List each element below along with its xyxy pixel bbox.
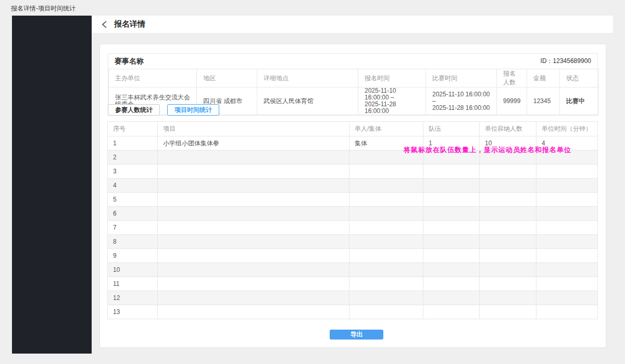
table-cell	[158, 277, 349, 291]
table-cell: 13	[108, 305, 158, 319]
main-panel: 赛事名称 ID：12345689900 主办单位地区详细地点报名时间比赛时间报名…	[99, 44, 606, 348]
table-cell	[480, 291, 536, 305]
table-cell: 5	[108, 193, 158, 207]
table-cell	[349, 207, 423, 221]
table-cell	[480, 263, 536, 277]
table-cell	[423, 305, 480, 319]
table-cell	[349, 193, 423, 207]
table-cell	[480, 277, 536, 291]
back-button[interactable]	[101, 20, 108, 29]
table-cell	[536, 193, 598, 207]
table-cell	[349, 165, 423, 179]
sidebar	[12, 16, 92, 354]
table-cell: 1	[108, 136, 158, 150]
table-cell	[349, 235, 423, 249]
export-button[interactable]: 导出	[330, 330, 383, 340]
project-col-header: 单人/集体	[349, 122, 423, 136]
project-time-table: 序号项目单人/集体队伍单位容纳人数单位时间（分钟） 1小学组小团体集体拳集体11…	[107, 121, 598, 319]
table-cell	[349, 277, 423, 291]
table-cell	[158, 291, 349, 305]
team-count-cell[interactable]: 1	[423, 136, 480, 150]
table-cell	[349, 150, 423, 165]
table-cell	[349, 291, 423, 305]
tab-participant-count-stats[interactable]: 参赛人数统计	[108, 104, 160, 116]
project-col-header: 单位容纳人数	[480, 122, 536, 136]
table-cell	[423, 207, 480, 221]
table-row: 9	[108, 249, 598, 263]
table-row: 12	[108, 291, 598, 305]
project-table-body: 1小学组小团体集体拳集体11042345678910111213	[108, 136, 598, 319]
table-cell: 11	[108, 277, 158, 291]
project-col-header: 单位时间（分钟）	[536, 122, 598, 136]
table-cell	[423, 235, 480, 249]
project-col-header: 项目	[158, 122, 349, 136]
stat-tabs: 参赛人数统计项目时间统计	[108, 104, 219, 116]
project-col-header: 队伍	[423, 122, 480, 136]
event-id-value: 12345689900	[553, 57, 591, 65]
table-row: 1小学组小团体集体拳集体1104	[108, 136, 598, 150]
table-cell	[158, 263, 349, 277]
table-cell	[480, 207, 536, 221]
table-row: 13	[108, 305, 598, 319]
table-cell	[158, 150, 349, 165]
table-cell	[480, 221, 536, 235]
table-cell	[480, 305, 536, 319]
table-cell	[536, 277, 598, 291]
table-cell: 8	[108, 235, 158, 249]
event-cell: 武侯区人民体育馆	[257, 87, 358, 115]
event-cell: 2025-11-10 16:00:00 – 2025-11-28 16:00:0…	[426, 87, 497, 115]
project-col-header: 序号	[108, 122, 158, 136]
table-cell	[423, 165, 480, 179]
table-cell	[480, 235, 536, 249]
table-cell	[536, 165, 598, 179]
event-card-head: 赛事名称 ID：12345689900	[108, 54, 597, 69]
table-cell	[423, 179, 480, 193]
table-cell: 3	[108, 165, 158, 179]
table-cell	[158, 221, 349, 235]
table-row: 3	[108, 165, 598, 179]
table-cell	[536, 221, 598, 235]
table-cell	[480, 193, 536, 207]
tab-project-time-stats[interactable]: 项目时间统计	[167, 104, 219, 116]
table-row: 8	[108, 235, 598, 249]
table-cell	[536, 179, 598, 193]
table-cell	[349, 263, 423, 277]
event-col-header: 状态	[560, 69, 599, 87]
event-id-label: ID：	[541, 57, 553, 65]
table-cell	[349, 179, 423, 193]
table-cell	[158, 179, 349, 193]
table-cell: 2	[108, 150, 158, 165]
table-row: 6	[108, 207, 598, 221]
event-cell: 12345	[527, 87, 560, 115]
table-row: 10	[108, 263, 598, 277]
event-col-header: 比赛时间	[426, 69, 497, 87]
table-cell: 6	[108, 207, 158, 221]
event-cell: 99999	[497, 87, 527, 115]
table-cell	[423, 193, 480, 207]
table-cell: 10	[108, 263, 158, 277]
table-cell	[536, 249, 598, 263]
table-cell	[536, 207, 598, 221]
page-header: 报名详情	[92, 16, 613, 33]
table-row: 4	[108, 179, 598, 193]
table-cell: 12	[108, 291, 158, 305]
table-row: 5	[108, 193, 598, 207]
event-status-cell: 比赛中	[560, 87, 599, 115]
table-cell	[423, 291, 480, 305]
table-cell	[536, 263, 598, 277]
table-cell	[158, 305, 349, 319]
table-cell	[423, 150, 480, 165]
table-cell: 10	[480, 136, 536, 150]
event-cell: 2025-11-10 16:00:00 – 2025-11-28 16:00:0…	[358, 87, 426, 115]
table-cell	[423, 249, 480, 263]
event-col-header: 地区	[197, 69, 257, 87]
table-cell	[158, 207, 349, 221]
table-cell: 9	[108, 249, 158, 263]
event-name-title: 赛事名称	[115, 57, 144, 66]
event-col-header: 报名人数	[497, 69, 527, 87]
table-row: 7	[108, 221, 598, 235]
table-cell	[158, 249, 349, 263]
table-cell	[536, 150, 598, 165]
table-cell	[480, 165, 536, 179]
event-col-header: 金额	[527, 69, 560, 87]
